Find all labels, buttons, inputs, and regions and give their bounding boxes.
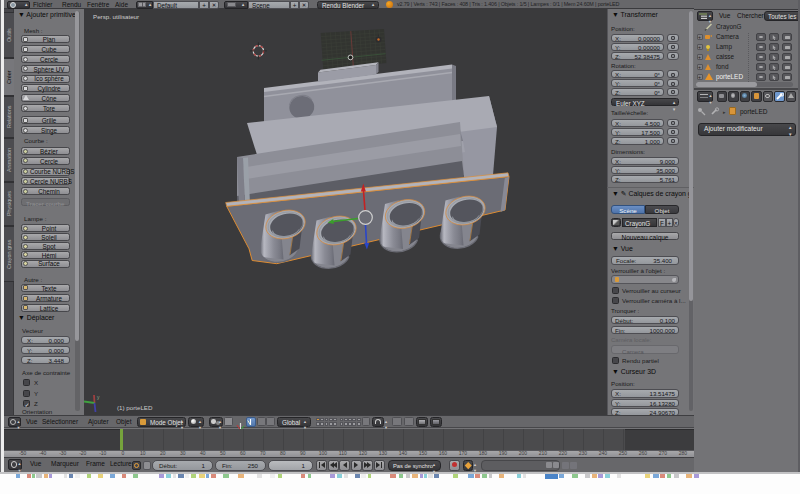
svg-text:y: y — [97, 394, 100, 400]
